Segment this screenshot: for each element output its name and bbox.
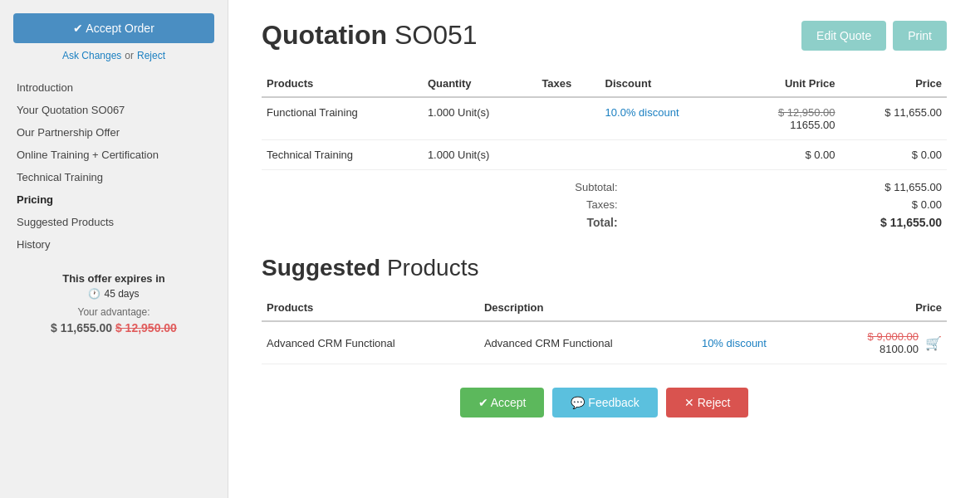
product-unit-price: $ 12,950.00 11655.00 (733, 97, 840, 140)
accept-button[interactable]: ✔ Accept (460, 388, 545, 417)
reject-link[interactable]: Reject (137, 50, 165, 61)
product-price: $ 0.00 (840, 140, 947, 170)
new-price: $ 11,655.00 (51, 321, 112, 334)
sug-product-name: Advanced CRM Functional (262, 321, 479, 364)
sug-col-products: Products (262, 295, 479, 321)
main-header: Quotation SO051 Edit Quote Print (262, 20, 947, 51)
offer-box: This offer expires in 🕐 45 days Your adv… (13, 272, 214, 334)
subtotal-label: Subtotal: (417, 178, 622, 196)
days-value: 45 days (104, 288, 139, 300)
col-price: Price (840, 71, 947, 97)
total-value: $ 11,655.00 (623, 213, 947, 232)
reject-button[interactable]: ✕ Reject (666, 388, 749, 417)
sug-price-details: $ 9,000.00 8100.00 (868, 330, 919, 355)
sidebar-navigation: Introduction Your Quotation SO067 Our Pa… (0, 76, 228, 256)
edit-quote-button[interactable]: Edit Quote (801, 21, 886, 51)
subtotal-value: $ 11,655.00 (623, 178, 947, 196)
product-name: Technical Training (262, 140, 423, 170)
or-text: or (125, 50, 134, 61)
unit-price-sub: 11655.00 (790, 119, 835, 131)
page-title: Quotation SO051 (262, 20, 478, 51)
summary-subtotal-row: Subtotal: $ 11,655.00 (262, 178, 947, 196)
summary-taxes-row: Taxes: $ 0.00 (262, 196, 947, 213)
col-unit-price: Unit Price (733, 71, 840, 97)
sug-col-discount (697, 295, 815, 321)
col-taxes: Taxes (537, 71, 600, 97)
taxes-label: Taxes: (417, 196, 622, 213)
table-row: Functional Training 1.000 Unit(s) 10.0% … (262, 97, 947, 140)
product-discount (600, 140, 734, 170)
sidebar-item-history[interactable]: History (0, 233, 228, 256)
col-discount: Discount (600, 71, 734, 97)
suggested-products-title: Suggested Products (262, 255, 947, 281)
sug-new-price: 8100.00 (880, 343, 919, 355)
sidebar-item-technical-training[interactable]: Technical Training (0, 166, 228, 188)
summary-table: Subtotal: $ 11,655.00 Taxes: $ 0.00 Tota… (262, 178, 947, 232)
product-taxes (537, 97, 600, 140)
clock-icon: 🕐 (88, 288, 100, 300)
feedback-button[interactable]: 💬 Feedback (552, 388, 657, 417)
sidebar-item-pricing[interactable]: Pricing (0, 188, 228, 211)
title-bold: Quotation (262, 20, 387, 50)
ask-changes-link[interactable]: Ask Changes (62, 50, 121, 61)
product-unit-price: $ 0.00 (733, 140, 840, 170)
header-buttons: Edit Quote Print (801, 21, 947, 51)
pricing-table: Products Quantity Taxes Discount Unit Pr… (262, 71, 947, 170)
cart-icon[interactable]: 🛒 (925, 335, 942, 351)
product-discount: 10.0% discount (600, 97, 734, 140)
advantage-prices: $ 11,655.00 $ 12,950.00 (13, 321, 214, 334)
suggested-bold: Suggested (262, 255, 380, 281)
main-content: Quotation SO051 Edit Quote Print Product… (228, 0, 980, 498)
total-label: Total: (417, 213, 622, 232)
product-quantity: 1.000 Unit(s) (423, 97, 537, 140)
offer-days: 🕐 45 days (13, 288, 214, 300)
sidebar-item-online-training[interactable]: Online Training + Certification (0, 144, 228, 166)
sidebar-links: Ask Changes or Reject (0, 50, 228, 61)
col-products: Products (262, 71, 423, 97)
summary-total-row: Total: $ 11,655.00 (262, 213, 947, 232)
suggested-table: Products Description Price Advanced CRM … (262, 295, 947, 364)
accept-order-button[interactable]: ✔ Accept Order (13, 13, 214, 43)
sidebar-item-partnership[interactable]: Our Partnership Offer (0, 121, 228, 144)
title-so: SO051 (387, 20, 478, 50)
product-price: $ 11,655.00 (840, 97, 947, 140)
table-row: Technical Training 1.000 Unit(s) $ 0.00 … (262, 140, 947, 170)
sidebar-item-quotation[interactable]: Your Quotation SO067 (0, 99, 228, 121)
advantage-label: Your advantage: (13, 306, 214, 318)
product-taxes (537, 140, 600, 170)
sug-old-price: $ 9,000.00 (868, 330, 919, 343)
product-name: Functional Training (262, 97, 423, 140)
bottom-buttons: ✔ Accept 💬 Feedback ✕ Reject (262, 388, 947, 426)
unit-price-striked: $ 12,950.00 (778, 106, 835, 119)
print-button[interactable]: Print (893, 21, 947, 51)
sidebar-item-suggested-products[interactable]: Suggested Products (0, 211, 228, 233)
sidebar-item-introduction[interactable]: Introduction (0, 76, 228, 99)
suggested-row: Advanced CRM Functional Advanced CRM Fun… (262, 321, 947, 364)
suggested-normal: Products (380, 255, 478, 281)
sug-discount: 10% discount (697, 321, 815, 364)
sug-price-col: $ 9,000.00 8100.00 🛒 (819, 330, 942, 355)
sug-price: $ 9,000.00 8100.00 🛒 (814, 321, 947, 364)
col-quantity: Quantity (423, 71, 537, 97)
old-price: $ 12,950.00 (115, 321, 177, 334)
sug-col-price: Price (814, 295, 947, 321)
sug-col-description: Description (479, 295, 697, 321)
sidebar: ✔ Accept Order Ask Changes or Reject Int… (0, 0, 228, 498)
taxes-value: $ 0.00 (623, 196, 947, 213)
sug-description: Advanced CRM Functional (479, 321, 697, 364)
offer-expires-label: This offer expires in (13, 272, 214, 285)
product-quantity: 1.000 Unit(s) (423, 140, 537, 170)
